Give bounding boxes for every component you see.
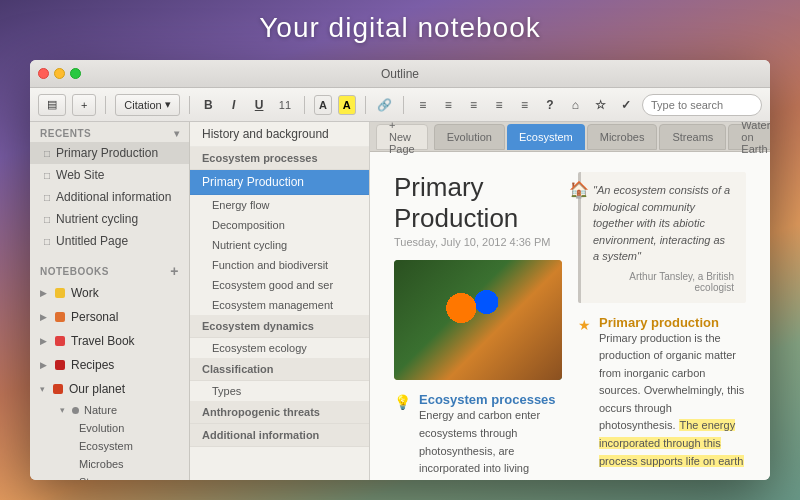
sidebar-item-primary-production[interactable]: □ Primary Production [30, 142, 189, 164]
page-icon: □ [44, 148, 50, 159]
home-button[interactable]: ⌂ [566, 94, 585, 116]
tab-evolution[interactable]: Evolution [434, 124, 505, 150]
toolbar-separator-2 [189, 96, 190, 114]
tab-microbes[interactable]: Microbes [587, 124, 658, 150]
notebook-color-recipes [55, 360, 65, 370]
align-left-button[interactable]: ≡ [413, 94, 432, 116]
quote-box: 🏠 "An ecosystem consists of a biological… [578, 172, 746, 303]
quote-icon: 🏠 [569, 180, 589, 199]
window-title: Outline [381, 67, 419, 81]
sidebar-toggle-button[interactable]: ▤ [38, 94, 66, 116]
bulb-icon: 💡 [394, 394, 411, 480]
link-button[interactable]: 🔗 [375, 94, 394, 116]
recents-collapse-icon[interactable]: ▾ [174, 128, 180, 139]
tab-streams[interactable]: Streams [659, 124, 726, 150]
outline-panel: History and background Ecosystem process… [190, 122, 370, 480]
outline-item-history[interactable]: History and background [190, 122, 369, 147]
sub-item-nature[interactable]: ▾ Nature [30, 401, 189, 419]
notebook-work[interactable]: ▶ Work [30, 281, 189, 305]
maximize-button[interactable] [70, 68, 81, 79]
star-icon: ★ [578, 317, 591, 471]
ecosystem-processes-body: Energy and carbon enter ecosystems throu… [419, 407, 562, 480]
page-icon: □ [44, 236, 50, 247]
outline-item-ecosystem-processes[interactable]: Ecosystem processes [190, 147, 369, 170]
arrow-icon: ▶ [40, 288, 47, 298]
check-button[interactable]: ✓ [617, 94, 636, 116]
page-icon: □ [44, 192, 50, 203]
notebook-color-travel [55, 336, 65, 346]
list-button[interactable]: ≡ [489, 94, 508, 116]
hero-title: Your digital notebook [0, 12, 800, 44]
italic-button[interactable]: I [224, 94, 243, 116]
outline-item-ecosystem-good[interactable]: Ecosystem good and ser [190, 275, 369, 295]
arrow-icon: ▶ [40, 360, 47, 370]
notebook-our-planet[interactable]: ▾ Our planet [30, 377, 189, 401]
citation-dropdown[interactable]: Citation ▾ [115, 94, 179, 116]
align-right-button[interactable]: ≡ [464, 94, 483, 116]
outline-item-classification[interactable]: Classification [190, 358, 369, 381]
toolbar-separator-3 [304, 96, 305, 114]
doc-right-column: 🏠 "An ecosystem consists of a biological… [578, 172, 746, 480]
notebook-color-work [55, 288, 65, 298]
notebooks-header: NOTEBOOKS + [30, 258, 189, 281]
ecosystem-processes-content: Ecosystem processes Energy and carbon en… [419, 392, 562, 480]
new-page-tab[interactable]: + New Page [376, 124, 428, 150]
primary-production-block: ★ Primary production Primary production … [578, 315, 746, 471]
document-area: + New Page Evolution Ecosystem Microbes … [370, 122, 770, 480]
notebook-personal[interactable]: ▶ Personal [30, 305, 189, 329]
underline-button[interactable]: U [249, 94, 268, 116]
outline-item-anthropogenic[interactable]: Anthropogenic threats [190, 401, 369, 424]
add-button[interactable]: + [72, 94, 96, 116]
minimize-button[interactable] [54, 68, 65, 79]
ecosystem-processes-heading: Ecosystem processes [419, 392, 562, 407]
sidebar-item-web-site[interactable]: □ Web Site [30, 164, 189, 186]
outline-item-nutrient-cycling[interactable]: Nutrient cycling [190, 235, 369, 255]
outline-item-function[interactable]: Function and biodiversit [190, 255, 369, 275]
search-input[interactable] [642, 94, 762, 116]
ordered-list-button[interactable]: ≡ [515, 94, 534, 116]
sub-item-streams[interactable]: Streams [30, 473, 189, 480]
add-notebook-button[interactable]: + [170, 264, 179, 278]
sub-item-microbes[interactable]: Microbes [30, 455, 189, 473]
tab-ecosystem[interactable]: Ecosystem [507, 124, 585, 150]
outline-item-additional-info[interactable]: Additional information [190, 424, 369, 447]
sub-item-evolution[interactable]: Evolution [30, 419, 189, 437]
outline-item-ecosystem-ecology[interactable]: Ecosystem ecology [190, 338, 369, 358]
app-window: Outline ▤ + Citation ▾ B I U 11 A A 🔗 ≡ … [30, 60, 770, 480]
outline-item-ecosystem-dynamics[interactable]: Ecosystem dynamics [190, 315, 369, 338]
notebook-travel-book[interactable]: ▶ Travel Book [30, 329, 189, 353]
notebook-recipes[interactable]: ▶ Recipes [30, 353, 189, 377]
sidebar: RECENTS ▾ □ Primary Production □ Web Sit… [30, 122, 190, 480]
toolbar-separator-4 [365, 96, 366, 114]
tab-water-on-earth[interactable]: Water on Earth [728, 124, 770, 150]
text-color-button[interactable]: A [314, 95, 332, 115]
notebook-color-personal [55, 312, 65, 322]
outline-item-ecosystem-mgmt[interactable]: Ecosystem management [190, 295, 369, 315]
sidebar-item-nutrient-cycling[interactable]: □ Nutrient cycling [30, 208, 189, 230]
outline-item-energy-flow[interactable]: Energy flow [190, 195, 369, 215]
dropdown-arrow-icon: ▾ [165, 98, 171, 111]
sidebar-item-untitled-page[interactable]: □ Untitled Page [30, 230, 189, 252]
arrow-expand-icon: ▾ [60, 405, 65, 415]
document-image-birds [394, 260, 562, 380]
primary-production-content: Primary production Primary production is… [599, 315, 746, 471]
highlight-color-button[interactable]: A [338, 95, 356, 115]
align-center-button[interactable]: ≡ [438, 94, 457, 116]
outline-item-decomposition[interactable]: Decomposition [190, 215, 369, 235]
birds-image [394, 260, 562, 380]
outline-item-types[interactable]: Types [190, 381, 369, 401]
sidebar-item-additional-info[interactable]: □ Additional information [30, 186, 189, 208]
help-button[interactable]: ? [540, 94, 559, 116]
outline-item-primary-production[interactable]: Primary Production [190, 170, 369, 195]
nature-dot [72, 407, 79, 414]
bold-button[interactable]: B [199, 94, 218, 116]
close-button[interactable] [38, 68, 49, 79]
arrow-icon: ▶ [40, 336, 47, 346]
bookmark-button[interactable]: ☆ [591, 94, 610, 116]
quote-author: Arthur Tansley, a British ecologist [593, 271, 734, 293]
sub-item-ecosystem[interactable]: Ecosystem [30, 437, 189, 455]
primary-production-body: Primary production is the production of … [599, 330, 746, 471]
page-icon: □ [44, 214, 50, 225]
arrow-expand-icon: ▾ [40, 384, 45, 394]
doc-left-column: Primary Production Tuesday, July 10, 201… [394, 172, 562, 480]
